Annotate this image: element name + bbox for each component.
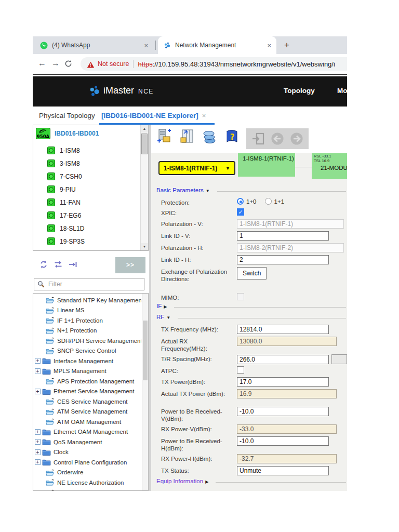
section-toggle[interactable]: Basic Parameters — [156, 187, 204, 193]
function-tree-item[interactable]: N+1 Protection — [33, 326, 141, 336]
function-tree-item[interactable]: APS Protection Management — [33, 376, 141, 387]
expand-plus-icon[interactable]: + — [35, 439, 41, 445]
board-node[interactable]: 11-FAN — [33, 196, 140, 209]
function-label: SDH/PDH Service Management — [57, 338, 141, 344]
reload-icon[interactable] — [64, 59, 73, 68]
svg-text:?: ? — [230, 132, 235, 142]
expand-plus-icon[interactable]: + — [35, 449, 41, 455]
browser-tab-whatsapp[interactable]: (4) WhatsApp × — [35, 36, 153, 54]
switch-button[interactable]: Switch — [237, 267, 267, 280]
help-icon[interactable]: ? — [224, 128, 240, 145]
board-node[interactable]: 17-EG6 — [33, 209, 140, 222]
tab-close-icon[interactable]: × — [144, 42, 148, 49]
near-end-port-box[interactable]: 1-ISM8-1(RTNIF-1) — [238, 153, 295, 177]
function-tree-item[interactable]: +Interface Management — [33, 356, 141, 366]
board-node[interactable]: 18-SL1D — [33, 222, 140, 235]
function-label: Orderwire — [57, 469, 83, 475]
checkbox[interactable]: ✓ — [237, 208, 244, 216]
scrollbar[interactable] — [142, 294, 148, 490]
radio-button[interactable] — [237, 198, 244, 205]
slot-view-icon[interactable] — [179, 128, 195, 145]
board-node[interactable]: 3-ISM8 — [33, 157, 140, 170]
text-input[interactable]: -10.0 — [237, 436, 329, 446]
browser-tab-network-management[interactable]: Network Management × — [158, 36, 276, 54]
expand-plus-icon[interactable]: + — [35, 358, 41, 364]
board-node[interactable]: 19-SP3S — [33, 235, 140, 248]
function-tree-item[interactable]: Standard NTP Key Management — [33, 295, 141, 305]
function-label: ATM OAM Management — [57, 419, 121, 425]
tab-ne-explorer[interactable]: [IBD016-IBD001-NE Explorer]× — [101, 107, 206, 125]
function-tree-item[interactable]: IF 1+1 Protection — [33, 315, 141, 326]
checkbox[interactable] — [237, 366, 244, 374]
function-tree-item[interactable]: Linear MS — [33, 305, 141, 316]
scrollbar-thumb[interactable] — [141, 134, 148, 154]
tab-close-icon[interactable]: × — [202, 112, 206, 119]
menu-topology[interactable]: Topology — [284, 87, 315, 95]
board-node[interactable]: 7-CSH0 — [33, 170, 140, 183]
text-input[interactable]: 266.0 — [237, 355, 329, 364]
function-tree-item[interactable]: SDH/PDH Service Management — [33, 336, 141, 346]
tab-physical-topology[interactable]: Physical Topology — [39, 107, 95, 125]
new-tab-button[interactable]: + — [281, 39, 292, 51]
text-input[interactable]: 1 — [237, 231, 329, 241]
database-icon[interactable] — [202, 128, 217, 145]
text-input[interactable]: Unmute — [237, 466, 329, 475]
function-tree-item[interactable]: NE License Authorization — [33, 477, 141, 488]
text-input[interactable]: 12814.0 — [237, 325, 329, 334]
expand-plus-icon[interactable]: + — [35, 389, 41, 394]
function-tree-item[interactable]: Orderwire — [33, 468, 141, 478]
browser-toolbar: ← → Not secure https://10.159.95.48:3194… — [33, 54, 347, 74]
field-label: Exchange of Polarization Directions: — [161, 267, 232, 283]
far-end-port-box[interactable]: RSL -33.1 TSL 16.9 21-MODU-1 — [312, 153, 347, 179]
function-tree-item[interactable]: +Clock — [33, 447, 141, 458]
field-control — [237, 293, 244, 300]
menu-monitor[interactable]: Mon — [337, 87, 347, 95]
scrollbar[interactable]: ▲ ▼ — [140, 125, 148, 250]
browser-back-icon[interactable]: ← — [37, 59, 47, 68]
function-tree-item[interactable]: License Management — [33, 488, 141, 491]
refresh-icon[interactable] — [39, 260, 48, 269]
address-bar[interactable]: Not secure https://10.159.95.48:31943/nm… — [81, 57, 347, 71]
function-tree-item[interactable]: +Ethernet Service Management — [33, 387, 141, 397]
spinner-button[interactable] — [331, 354, 347, 364]
expand-panel-button[interactable]: >> — [115, 257, 145, 273]
scrollbar-thumb[interactable] — [143, 321, 148, 380]
disabled-field: 1-ISM8-1(RTNIF-1) — [237, 219, 344, 229]
function-tree-item[interactable]: SNCP Service Control — [33, 346, 141, 356]
text-input[interactable]: 17.0 — [237, 377, 329, 387]
form-row: ATPC: — [156, 366, 347, 377]
function-tree-item[interactable]: +QoS Management — [33, 437, 141, 447]
scroll-down-icon[interactable]: ▼ — [141, 243, 148, 250]
sync-icon[interactable] — [54, 260, 63, 269]
folder-open-icon — [46, 327, 55, 334]
ne-root-node[interactable]: 950A IBD016-IBD001 — [36, 128, 99, 139]
expand-plus-icon[interactable]: + — [35, 429, 41, 435]
field-control: -32.7 — [237, 454, 337, 463]
filter-input[interactable]: Filter — [34, 278, 144, 290]
board-node[interactable]: 9-PIU — [33, 183, 140, 196]
function-tree-item[interactable]: ATM Service Management — [33, 407, 141, 417]
function-tree-item[interactable]: CES Service Management — [33, 396, 141, 407]
port-selector[interactable]: 1-ISM8-1(RTNIF-1) ▼ — [158, 161, 235, 175]
board-node[interactable]: 1-ISM8 — [33, 144, 140, 157]
function-tree-item[interactable]: +Control Plane Configuration — [33, 457, 141, 468]
section-toggle[interactable]: Equip Information — [156, 478, 203, 484]
expand-plus-icon[interactable]: + — [35, 368, 41, 374]
function-tree-item[interactable]: ATM OAM Management — [33, 417, 141, 427]
expand-plus-icon[interactable]: + — [35, 459, 41, 465]
function-tree-item[interactable]: +MPLS Management — [33, 366, 141, 377]
folder-open-icon — [46, 408, 55, 415]
radio-button[interactable] — [265, 198, 272, 205]
text-input[interactable]: 2 — [237, 255, 329, 264]
function-tree-item[interactable]: +Ethernet OAM Management — [33, 427, 141, 437]
create-ne-icon[interactable] — [157, 128, 172, 145]
tab-title: (4) WhatsApp — [52, 42, 140, 49]
browser-forward-icon[interactable]: → — [50, 59, 61, 68]
collapse-icon[interactable] — [68, 260, 77, 269]
tab-close-icon[interactable]: × — [267, 42, 271, 49]
section-toggle[interactable]: RF — [156, 314, 164, 320]
section-toggle[interactable]: IF — [156, 303, 162, 309]
text-input[interactable]: -10.0 — [237, 407, 329, 416]
field-label: Link ID - V: — [161, 231, 232, 240]
scroll-up-icon[interactable]: ▲ — [141, 125, 148, 132]
